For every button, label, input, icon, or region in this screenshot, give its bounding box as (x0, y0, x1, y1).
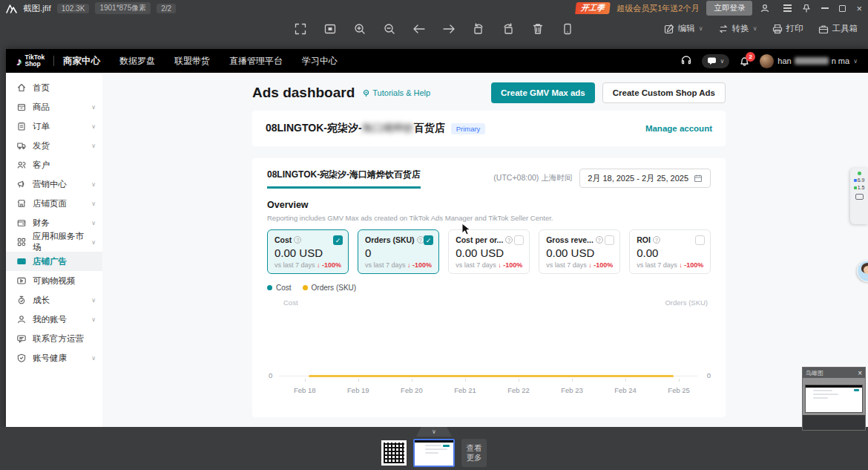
metric-checkbox[interactable] (514, 235, 524, 245)
rotate-right-icon[interactable] (499, 20, 517, 38)
fullscreen-icon[interactable] (292, 20, 309, 38)
metric-card[interactable]: ROI?0.00vs last 7 days ↓ -100% (629, 229, 711, 274)
maximize-button[interactable] (839, 5, 846, 12)
account-name: 08LINGTOK-宛柒汐-海口靖烨饮百货店 (266, 122, 445, 135)
info-icon[interactable]: ? (294, 236, 301, 244)
sidebar-item[interactable]: 订单∨ (6, 117, 102, 136)
metric-checkbox[interactable] (695, 235, 705, 245)
thumbnail-qr-code[interactable] (381, 440, 407, 466)
support-headset-icon[interactable] (680, 55, 692, 67)
zoom-in-icon[interactable] (351, 20, 369, 38)
notifications-button[interactable]: 2 (739, 56, 750, 67)
metric-value: 0.00 USD (456, 247, 522, 259)
sidebar-item[interactable]: 商品∨ (6, 97, 102, 117)
info-icon[interactable]: ? (596, 236, 603, 244)
sidebar-item[interactable]: 成长∨ (6, 290, 102, 310)
manage-account-link[interactable]: Manage account (645, 124, 712, 133)
edit-icon (664, 24, 674, 34)
metric-comparison: vs last 7 days ↓ -100% (274, 261, 341, 269)
sidebar-item[interactable]: 账号健康∨ (6, 348, 102, 368)
print-button[interactable]: 打印 (772, 23, 803, 34)
chevron-down-icon: ∨ (91, 355, 96, 362)
birdview-thumbnail[interactable] (805, 385, 863, 413)
menu-icon[interactable] (783, 4, 792, 11)
browser-extension-panel[interactable]: 6.9 1.5 (850, 168, 868, 224)
convert-menu[interactable]: 转换∨ (718, 23, 757, 34)
right-axis-label: Orders (SKU) (665, 298, 708, 307)
messages-button[interactable]: ∨ (702, 54, 729, 68)
view-more-button[interactable]: 查看 更多 (461, 439, 487, 467)
metric-card[interactable]: Gross reve...?0.00 USDvs last 7 days ↓ -… (539, 229, 620, 274)
collapse-filmstrip-button[interactable]: ∨ (416, 427, 452, 437)
metric-card[interactable]: Orders (SKU)?✓0vs last 7 days ↓ -100% (358, 229, 439, 274)
sidebar-item[interactable]: 营销中心∨ (6, 174, 102, 194)
metric-label: Cost per or... (456, 235, 503, 244)
toolbox-icon (818, 24, 829, 34)
sidebar-item[interactable]: 应用和服务市场∨ (6, 232, 102, 252)
sidebar-item[interactable]: 可购物视频 (6, 271, 102, 290)
sidebar-item-label: 我的账号 (33, 314, 67, 325)
tutorials-help-link[interactable]: Tutorials & Help (362, 88, 430, 97)
sidebar-item[interactable]: 首页 (6, 78, 102, 97)
thumbnail-current-selected[interactable] (413, 439, 455, 467)
metric-checkbox[interactable] (605, 235, 614, 245)
user-name-redacted (795, 57, 829, 65)
sidebar-item[interactable]: 我的账号∨ (6, 310, 102, 329)
fit-screen-icon[interactable] (321, 20, 339, 38)
tiktok-shop-logo[interactable]: ♪ TikTokShop (16, 54, 45, 68)
sidebar-item[interactable]: 客户 (6, 155, 102, 174)
box-icon (16, 102, 27, 112)
user-menu[interactable]: hann ma ∨ (760, 54, 858, 68)
nav-item[interactable]: 直播管理平台 (229, 55, 283, 68)
x-tick-label: Feb 25 (668, 386, 690, 394)
info-icon[interactable]: ? (505, 236, 513, 244)
nav-item[interactable]: 数据罗盘 (119, 55, 155, 68)
metric-checkbox[interactable]: ✓ (424, 235, 433, 245)
metric-value: 0.00 USD (546, 247, 613, 259)
metric-label: Gross reve... (546, 235, 594, 244)
wallet-icon (16, 218, 27, 228)
chevron-down-icon: ∨ (91, 220, 96, 226)
close-button[interactable]: × (856, 4, 862, 13)
delete-icon[interactable] (529, 20, 547, 38)
prev-image-icon[interactable] (410, 20, 428, 38)
metric1-icon (854, 179, 857, 182)
metric-card[interactable]: Cost?✓0.00 USDvs last 7 days ↓ -100% (267, 229, 349, 274)
rotate-left-icon[interactable] (470, 20, 487, 38)
metric-delta: ↓ -100% (588, 261, 613, 269)
nav-item[interactable]: 联盟带货 (174, 55, 210, 68)
sidebar-item-label: 联系官方运营 (33, 333, 84, 345)
zoom-out-icon[interactable] (381, 20, 398, 38)
next-image-icon[interactable] (440, 20, 458, 38)
mobile-transfer-icon[interactable] (559, 20, 576, 38)
create-gmv-max-ads-button[interactable]: Create GMV Max ads (491, 82, 595, 103)
account-tab[interactable]: 08LINGTOK-宛柒汐-海口靖烨饮百货店 (267, 169, 421, 189)
user-icon[interactable] (760, 3, 770, 13)
legend-item[interactable]: Cost (267, 284, 292, 292)
info-icon[interactable]: ? (417, 236, 424, 244)
sidebar-item[interactable]: 联系官方运营 (6, 329, 102, 348)
metric-card[interactable]: Cost per or...?0.00 USDvs last 7 days ↓ … (448, 229, 530, 274)
sidebar-item[interactable]: AD店铺广告 (6, 252, 102, 271)
date-range-picker[interactable]: 2月 18, 2025 - 2月 25, 2025 (579, 169, 711, 188)
nav-item[interactable]: 商家中心 (63, 55, 100, 68)
nav-item[interactable]: 学习中心 (302, 55, 338, 68)
pin-icon[interactable] (802, 4, 811, 13)
legend-item[interactable]: Orders (SKU) (303, 284, 357, 292)
birdview-close-icon[interactable]: × (858, 369, 862, 377)
user-avatar (760, 54, 774, 68)
sidebar-item[interactable]: 店铺页面∨ (6, 194, 102, 213)
login-button[interactable]: 立即登录 (706, 1, 752, 16)
chevron-down-icon: ∨ (91, 297, 96, 304)
edit-menu[interactable]: 编辑∨ (664, 23, 703, 34)
shield-icon (16, 353, 27, 363)
create-custom-shop-ads-button[interactable]: Create Custom Shop Ads (602, 82, 726, 103)
sidebar-item[interactable]: 发货∨ (6, 136, 102, 155)
toolbox-button[interactable]: 工具箱 (818, 23, 858, 34)
sidebar-item[interactable]: 财务∨ (6, 213, 102, 232)
info-icon[interactable]: ? (653, 236, 660, 244)
minimize-button[interactable] (821, 7, 829, 9)
support-chat-avatar[interactable] (857, 260, 868, 282)
primary-badge: Primary (451, 123, 486, 134)
metric-checkbox[interactable]: ✓ (333, 235, 343, 245)
